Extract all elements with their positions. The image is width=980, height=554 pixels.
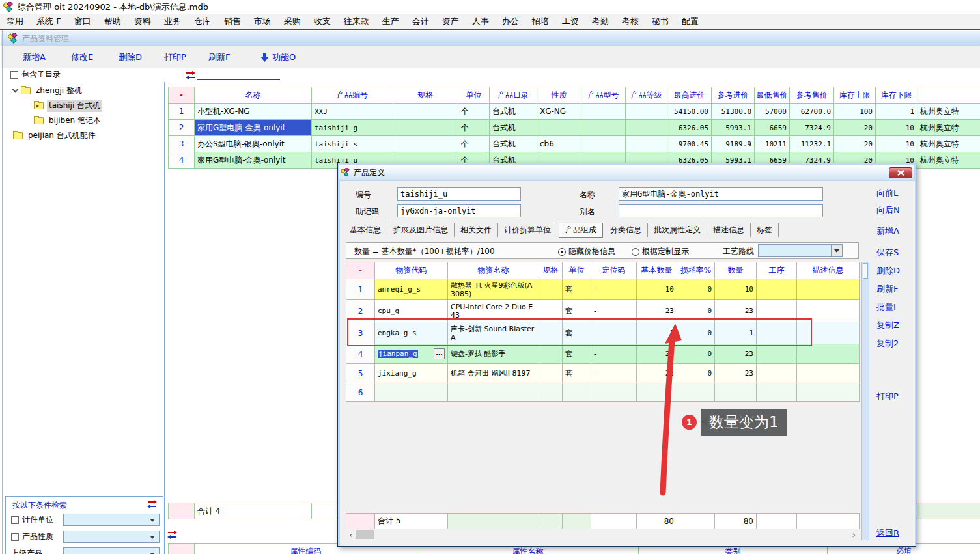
table-cell[interactable]: 62700.0	[790, 104, 834, 120]
tab-描述信息[interactable]: 描述信息	[707, 223, 751, 237]
radio-hide-price[interactable]: 隐藏价格信息	[558, 246, 615, 257]
menu-item[interactable]: 考核	[615, 14, 645, 29]
menu-item[interactable]: 考勤	[585, 14, 615, 29]
column-header[interactable]: 描述信息	[797, 262, 860, 279]
table-cell[interactable]: 7324.9	[790, 120, 834, 136]
filter-combobox[interactable]	[63, 531, 160, 543]
checkbox-icon[interactable]	[11, 516, 19, 524]
column-header[interactable]: 最低售价	[755, 87, 790, 104]
table-cell[interactable]: 台式机	[490, 136, 537, 152]
table-cell[interactable]: 23	[637, 364, 677, 383]
column-header[interactable]: 名称	[195, 87, 312, 104]
column-header[interactable]: 参考售价	[790, 87, 834, 104]
tab-批次属性定义[interactable]: 批次属性定义	[648, 223, 707, 237]
ellipsis-button[interactable]: …	[434, 348, 445, 359]
column-header[interactable]: 工序	[757, 262, 797, 279]
column-header[interactable]: 物资代码	[375, 262, 448, 279]
menu-item[interactable]: 市场	[247, 14, 277, 29]
scroll-left-icon[interactable]: ‹	[346, 530, 356, 540]
table-cell[interactable]: 11232.1	[790, 136, 834, 152]
dialog-button-4[interactable]: 保存S	[876, 247, 899, 258]
menu-item[interactable]: 窗口	[68, 14, 98, 29]
column-header[interactable]: 数量	[715, 262, 757, 279]
column-header[interactable]: 库存上限	[834, 87, 876, 104]
table-cell[interactable]: 套	[563, 279, 591, 300]
table-cell[interactable]: taishiji_g	[312, 120, 393, 136]
splitter[interactable]	[164, 82, 165, 554]
menu-item[interactable]: 采购	[277, 14, 307, 29]
include-subdir-checkbox[interactable]: 包含子目录	[10, 69, 61, 80]
column-header[interactable]	[169, 544, 195, 554]
table-cell[interactable]: 20	[834, 136, 876, 152]
table-cell[interactable]: 5993.1	[712, 120, 755, 136]
table-cell[interactable]	[563, 383, 591, 402]
table-cell[interactable]	[797, 344, 860, 364]
column-header[interactable]: 物资名称	[448, 262, 539, 279]
column-header[interactable]: 定位码	[591, 262, 637, 279]
menu-item[interactable]: 资产	[436, 14, 466, 29]
toolbar-button-5[interactable]: 刷新F	[208, 51, 230, 63]
sidebar-item-bijiben[interactable]: bijiben 笔记本	[5, 113, 163, 128]
toolbar-button-3[interactable]: 删除D	[119, 51, 142, 63]
table-cell[interactable]: 杭州奥立特	[917, 152, 980, 169]
table-cell[interactable]	[677, 383, 715, 402]
table-cell[interactable]	[581, 104, 626, 120]
menu-item[interactable]: 帮助	[98, 14, 128, 29]
column-header[interactable]: 基本数量	[637, 262, 677, 279]
table-cell[interactable]: 23	[715, 364, 757, 383]
table-cell[interactable]: 杭州奥立特	[917, 120, 980, 136]
table-cell[interactable]: 51300.0	[712, 104, 755, 120]
column-header[interactable]: 库存下限	[876, 87, 917, 104]
table-cell[interactable]: 0	[677, 279, 715, 300]
menu-item[interactable]: 往来款	[337, 14, 376, 29]
table-cell[interactable]	[757, 279, 797, 300]
table-cell[interactable]	[626, 104, 667, 120]
menu-item[interactable]: 招培	[525, 14, 555, 29]
table-cell[interactable]: 5	[346, 364, 375, 383]
table-cell[interactable]: 23	[637, 344, 677, 364]
table-cell[interactable]	[539, 383, 563, 402]
table-cell[interactable]: 23	[715, 344, 757, 364]
dialog-button-2[interactable]: 向后N	[876, 204, 900, 216]
menu-item[interactable]: 生产	[376, 14, 406, 29]
column-header[interactable]: 规格	[393, 87, 458, 104]
dialog-button-9[interactable]: 复制2	[876, 338, 899, 350]
table-cell[interactable]: 套	[563, 364, 591, 383]
menu-item[interactable]: 销售	[217, 14, 247, 29]
table-cell[interactable]: 10	[876, 120, 917, 136]
sidebar-item-taishiji[interactable]: taishiji 台式机	[5, 98, 163, 113]
dialog-button-1[interactable]: 向前L	[876, 187, 898, 199]
column-header[interactable]: 产品等级	[626, 87, 667, 104]
table-cell[interactable]: 0	[677, 364, 715, 383]
table-cell[interactable]: 10	[715, 279, 757, 300]
table-cell[interactable]: 1	[876, 104, 917, 120]
quick-filter-field[interactable]	[197, 70, 280, 80]
column-header[interactable]: 单位	[563, 262, 591, 279]
table-cell[interactable]: taishiji_s	[312, 136, 393, 152]
table-cell[interactable]: 10211	[755, 136, 790, 152]
alias-field[interactable]	[619, 204, 823, 217]
table-cell[interactable]: 键盘-罗技 酷影手	[448, 344, 539, 364]
table-cell[interactable]	[537, 120, 581, 136]
horizontal-scrollbar[interactable]: ‹ ›	[346, 529, 859, 540]
table-cell[interactable]: 个	[458, 136, 490, 152]
table-cell[interactable]	[375, 383, 448, 402]
table-cell[interactable]: 4	[346, 344, 375, 364]
table-cell[interactable]: 6	[346, 383, 375, 402]
scroll-thumb[interactable]	[356, 530, 374, 539]
dialog-button-6[interactable]: 刷新F	[876, 283, 898, 295]
no-field[interactable]	[397, 187, 521, 201]
dialog-button-11[interactable]: 返回R	[876, 527, 899, 539]
table-cell[interactable]: 9700.45	[667, 136, 712, 152]
sidebar-item-peijian[interactable]: peijian 台式机配件	[5, 128, 163, 143]
table-cell[interactable]: 家用G型电脑-金奥-onlyit	[195, 152, 312, 169]
filter-combobox[interactable]	[63, 547, 160, 554]
table-cell[interactable]: 个	[458, 104, 490, 120]
menu-item[interactable]: 收支	[307, 14, 337, 29]
dialog-button-5[interactable]: 删除D	[876, 265, 900, 277]
table-cell[interactable]: 0	[677, 344, 715, 364]
menu-item[interactable]: 工资	[555, 14, 585, 29]
table-cell[interactable]: 套	[563, 344, 591, 364]
table-cell[interactable]: jianpan_g…	[375, 344, 448, 364]
table-cell[interactable]	[757, 364, 797, 383]
